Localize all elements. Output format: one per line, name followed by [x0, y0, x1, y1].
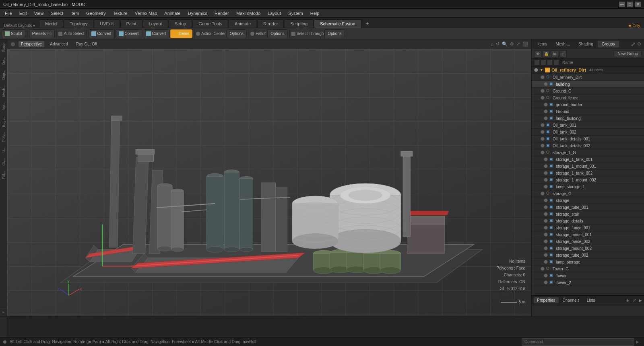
list-item-storage-tube-001[interactable]: ▣ storage_tube_001: [532, 204, 644, 211]
viewport-canvas[interactable]: X Z Y No Items Polygons : Face Channels:…: [7, 49, 531, 316]
minimize-button[interactable]: —: [619, 2, 625, 7]
list-item-storage-1-tank-001[interactable]: ▣ storage_1_tank_001: [532, 156, 644, 163]
scene-vis-btn[interactable]: 👁: [534, 50, 541, 58]
rp-tab-items[interactable]: Items: [533, 41, 551, 47]
left-tab-falloff[interactable]: Fal...: [1, 169, 6, 181]
menu-edit[interactable]: Edit: [16, 10, 30, 16]
tab-render[interactable]: Render: [257, 19, 284, 28]
br-tab-lists[interactable]: Lists: [584, 297, 599, 303]
list-item-oil-refinery-dirt[interactable]: ⬡ Oil_refinery_Dirt: [532, 74, 644, 81]
group-header-oil-refinery[interactable]: ▼ G Oil_refinery_Dirt 41 Items: [532, 66, 644, 74]
list-item-storage-fance-002[interactable]: ▣ storage_fance_002: [532, 238, 644, 245]
list-item-storage-1-g[interactable]: ⬡ storage_1_G: [532, 149, 644, 156]
menu-view[interactable]: View: [31, 10, 47, 16]
list-item-lamp-storage[interactable]: ▣ lamp_storage: [532, 259, 644, 266]
tab-setup[interactable]: Setup: [169, 19, 192, 28]
list-item-oil-tank-details-001[interactable]: ▣ Oil_tank_details_001: [532, 136, 644, 142]
add-workspace-tab[interactable]: +: [362, 19, 373, 28]
menu-maxtomodo[interactable]: MaxToModo: [233, 10, 264, 16]
br-tab-properties[interactable]: Properties: [534, 297, 559, 303]
vp-tab-advanced[interactable]: Advanced: [47, 41, 70, 47]
falloff-checkbox[interactable]: Falloff: [250, 31, 266, 36]
left-tab-duplicate[interactable]: Dup...: [1, 68, 6, 82]
list-item-tower-g[interactable]: ⬡ Tower_G: [532, 266, 644, 272]
maximize-button[interactable]: □: [627, 2, 633, 7]
list-item-building[interactable]: ▣ building: [532, 81, 644, 88]
auto-select-checkbox[interactable]: Auto Select: [58, 31, 84, 36]
menu-layout[interactable]: Layout: [264, 10, 284, 16]
scene-extra-btn[interactable]: ⊟: [559, 50, 567, 58]
tab-model[interactable]: Model: [39, 19, 63, 28]
list-item-ground-g[interactable]: ⬡ Ground_G: [532, 88, 644, 95]
list-item-storage-g[interactable]: ⬡ storage_G: [532, 190, 644, 197]
left-sidebar-toggle[interactable]: ◄: [2, 311, 5, 314]
rp-expand-icon[interactable]: ⤢: [631, 41, 636, 47]
scene-lock-btn[interactable]: 🔒: [543, 50, 550, 58]
viewport-menu-dot[interactable]: [10, 42, 15, 47]
viewport-home-icon[interactable]: ⌂: [491, 42, 493, 47]
menu-select[interactable]: Select: [47, 10, 66, 16]
list-item-storage-details[interactable]: ▣ storage_details: [532, 218, 644, 224]
convert2-button[interactable]: Convert: [116, 29, 142, 38]
command-input[interactable]: [522, 338, 634, 346]
vp-tab-perspective[interactable]: Perspective: [19, 41, 44, 47]
rp-tab-groups[interactable]: Groups: [598, 41, 619, 47]
left-tab-gl[interactable]: GL...: [1, 155, 6, 168]
left-tab-mesh[interactable]: Mesh...: [1, 82, 6, 99]
left-tab-deform[interactable]: De...: [1, 55, 6, 67]
viewport-maximize-icon[interactable]: ⬛: [522, 41, 528, 47]
tab-topology[interactable]: Topology: [64, 19, 93, 28]
list-item-storage-1-tank-002[interactable]: ▣ storage_1_tank_002: [532, 170, 644, 177]
convert3-button[interactable]: Convert: [143, 29, 169, 38]
list-item-oil-tank-details-002[interactable]: ▣ Oil_tank_details_002: [532, 142, 644, 149]
br-add-tab[interactable]: +: [625, 298, 631, 303]
tab-schematic-fusion[interactable]: Schematic Fusion: [314, 19, 361, 28]
left-tab-edge[interactable]: Edge...: [1, 113, 6, 130]
menu-system[interactable]: System: [285, 10, 306, 16]
tab-animate[interactable]: Animate: [229, 19, 257, 28]
tab-scripting[interactable]: Scripting: [284, 19, 314, 28]
rp-options-icon[interactable]: ⚙: [636, 41, 642, 47]
list-item-storage-fance-001[interactable]: ▣ storage_fance_001: [532, 224, 644, 231]
rp-tab-shading[interactable]: Shading: [574, 41, 597, 47]
list-item-oil-tank-002[interactable]: ▣ Oil_tank_002: [532, 129, 644, 136]
br-expand-btn[interactable]: ⤢: [632, 298, 637, 303]
menu-vertex-map[interactable]: Vertex Map: [132, 10, 161, 16]
list-item-tower[interactable]: ▣ Tower: [532, 272, 644, 279]
scene-list[interactable]: ▼ G Oil_refinery_Dirt 41 Items ⬡ Oil_ref…: [532, 66, 644, 295]
viewport-zoom-icon[interactable]: 🔍: [502, 41, 508, 47]
tab-layout[interactable]: Layout: [143, 19, 168, 28]
vp-tab-raygl[interactable]: Ray GL: Off: [74, 41, 100, 47]
menu-file[interactable]: File: [2, 10, 15, 16]
viewport-refresh-icon[interactable]: ↺: [496, 41, 500, 47]
left-tab-vertex[interactable]: Ver...: [1, 99, 6, 113]
list-item-storage-mount-001[interactable]: ▣ storage_mount_001: [532, 231, 644, 238]
window-controls[interactable]: — □ ✕: [619, 2, 641, 7]
list-item-oil-tank-001[interactable]: ▣ Oil_tank_001: [532, 122, 644, 129]
left-tab-base[interactable]: Base: [1, 41, 6, 54]
list-item-storage-1-mount-002[interactable]: ▣ storage_1_mount_002: [532, 177, 644, 183]
group-expand-icon[interactable]: ▼: [540, 68, 543, 72]
rp-tab-mesh[interactable]: Mesh ...: [551, 41, 574, 47]
menu-dynamics[interactable]: Dynamics: [185, 10, 211, 16]
list-item-storage-tube-002[interactable]: ▣ storage_tube_002: [532, 252, 644, 259]
close-button[interactable]: ✕: [635, 2, 641, 7]
items-button[interactable]: Items: [170, 29, 192, 38]
left-tab-poly[interactable]: Poly...: [1, 130, 6, 144]
tab-game-tools[interactable]: Game Tools: [192, 19, 228, 28]
command-arrow-icon[interactable]: ▶: [634, 340, 641, 344]
options3-button[interactable]: Options: [324, 29, 345, 38]
group-name[interactable]: Oil_refinery_Dirt: [551, 68, 586, 72]
scene-3d[interactable]: X Z Y: [7, 49, 531, 316]
list-item-ground[interactable]: ▣ Ground: [532, 108, 644, 115]
viewport-expand-icon[interactable]: ⤢: [516, 41, 520, 47]
tab-uvedit[interactable]: UVEdit: [94, 19, 120, 28]
br-options-btn[interactable]: ▶: [638, 298, 643, 303]
action-center-checkbox[interactable]: Action Center: [196, 31, 226, 36]
convert1-button[interactable]: Convert: [88, 29, 115, 38]
list-item-storage[interactable]: ▣ storage: [532, 197, 644, 204]
menu-item[interactable]: Item: [67, 10, 82, 16]
layouts-dropdown[interactable]: Default Layouts ▾: [2, 23, 37, 28]
br-tab-channels[interactable]: Channels: [559, 297, 583, 303]
left-tab-uv[interactable]: U...: [1, 144, 6, 155]
